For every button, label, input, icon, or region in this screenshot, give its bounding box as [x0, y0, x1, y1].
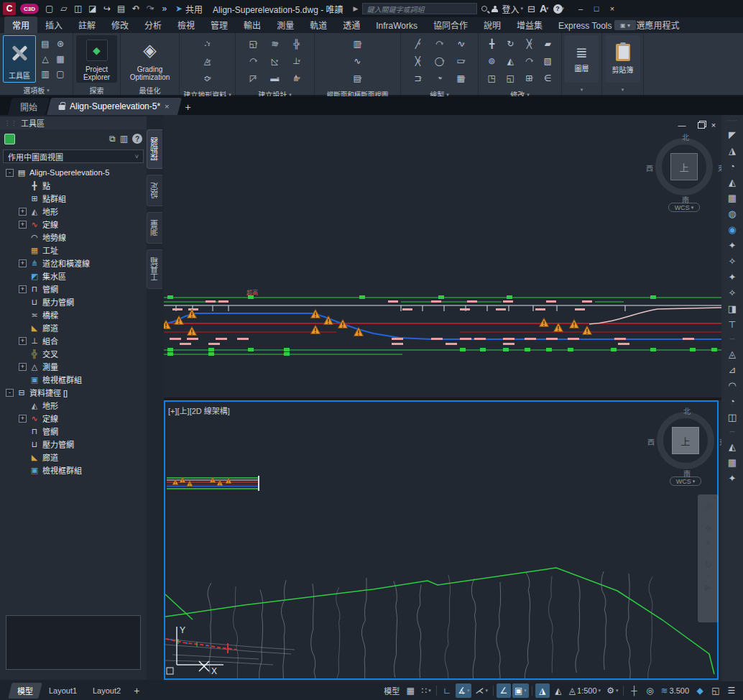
vp-close-button[interactable]: ×	[709, 121, 719, 129]
sites-node[interactable]: ▦ 工址	[0, 244, 147, 257]
annotation-scale-button[interactable]: ◬1:500▾	[567, 683, 603, 698]
ds-alignments-node[interactable]: + ∿ 定線	[0, 412, 147, 425]
viewport-controls-label[interactable]: [+][上][2D 線架構]	[168, 405, 230, 416]
plan-view-canvas[interactable]: Y X	[165, 402, 717, 678]
ribbon-tab[interactable]: 管理	[203, 17, 236, 33]
surfaces-node[interactable]: + ◭ 地形	[0, 205, 147, 218]
survey-palette-icon[interactable]: △	[38, 52, 52, 66]
view-selector-dropdown[interactable]: 作用中圖面視圖˅	[3, 149, 144, 163]
polyline-icon[interactable]: ∿▾	[451, 35, 472, 52]
autoscale-toggle[interactable]: ◭	[551, 683, 566, 698]
scale-icon[interactable]: ◱▾	[502, 70, 520, 87]
feature-lines-node[interactable]: ◠ 地勢線	[0, 231, 147, 244]
export-icon[interactable]: ↪▾	[101, 2, 114, 15]
assemblies-node[interactable]: + ⊥ 組合	[0, 334, 147, 347]
annotation-visibility-toggle[interactable]: ◮	[535, 683, 550, 698]
isodraft-toggle[interactable]: ⋌▾	[473, 683, 490, 698]
minimize-button[interactable]: –	[573, 2, 589, 15]
create-surface-icon[interactable]: ◬▾	[197, 52, 218, 70]
ribbon-tab[interactable]: 分析	[137, 17, 170, 33]
pipe-network-icon[interactable]: ⋔▾	[286, 70, 308, 87]
assembly-icon[interactable]: ⊥▾	[286, 52, 308, 70]
turnouts-crossovers-node[interactable]: + ⋔ 道岔和橫渡線	[0, 257, 147, 270]
catchments-node[interactable]: ◩ 集水區	[0, 270, 147, 282]
box-icon[interactable]: ▧▾	[539, 52, 558, 70]
help-button[interactable]: ? ▾	[553, 4, 565, 14]
object-snap-tracking-toggle[interactable]: ∠	[497, 683, 511, 698]
pan-icon[interactable]: ❖	[704, 524, 713, 533]
ribbon-tab[interactable]: 增益集	[509, 17, 550, 33]
panel-label-layers[interactable]: ▾	[562, 85, 601, 95]
snap-toggle[interactable]: ∷▾	[419, 683, 433, 698]
toolspace-side-tab[interactable]: 探勘器	[147, 129, 162, 169]
globe-grid-icon[interactable]: ◍	[728, 209, 736, 218]
erase-icon[interactable]: ▰▾	[539, 35, 558, 52]
preview-toggle-icon[interactable]: ▥	[120, 134, 128, 144]
sheet-set-icon[interactable]: ▥	[38, 67, 52, 81]
title-expand-arrow[interactable]: ▶	[354, 5, 359, 12]
toolspace-button[interactable]: 工具區	[3, 35, 36, 83]
slope-label-icon[interactable]: ◭	[729, 178, 736, 187]
settings-gear-icon[interactable]: ⊛	[53, 37, 68, 51]
vp-restore-button[interactable]	[693, 121, 703, 129]
visibility-check-icon[interactable]: ◔	[729, 162, 735, 171]
panel-label-explore[interactable]: 探索	[73, 85, 120, 96]
toolspace-side-tab[interactable]: 測量	[147, 212, 162, 244]
search-input[interactable]: 鍵入關鍵字或詞組	[362, 3, 477, 14]
panel-label-palettes[interactable]: 選項板▾	[0, 85, 73, 96]
geolocation-globe-icon[interactable]: ◉	[728, 225, 736, 234]
parcel-icon[interactable]: ◱▾	[243, 35, 264, 52]
toolspace-side-tab[interactable]: 設定	[147, 175, 162, 206]
corridors-node[interactable]: ◣ 廊道	[0, 321, 147, 334]
toolspace-help-icon[interactable]: ?	[132, 134, 142, 144]
layout-tab[interactable]: Layout1	[40, 684, 86, 697]
wcs-menu[interactable]: WCS▾	[668, 203, 700, 212]
star-square-icon[interactable]: ✦	[729, 241, 737, 250]
alignment-icon[interactable]: ≋▾	[264, 35, 286, 52]
star-text-icon[interactable]: ✧	[729, 257, 737, 266]
data-shortcuts-node[interactable]: - ⊟ 資料捷徑 []	[0, 386, 147, 399]
viewcube-top-face[interactable]: 上	[672, 427, 699, 454]
plot-icon[interactable]: ▤▾	[115, 2, 128, 15]
ribbon-tab[interactable]: 輸出	[236, 17, 269, 33]
polar-tracking-toggle[interactable]: ∡▾	[456, 683, 471, 698]
intersection-icon[interactable]: ╬▾	[286, 35, 308, 52]
fillet-icon[interactable]: ◠▾	[520, 52, 539, 70]
circle-icon[interactable]: ◯▾	[429, 52, 451, 70]
hatch-icon[interactable]: ▦▾	[451, 70, 472, 87]
new-file-icon[interactable]: ▢▾	[43, 2, 56, 15]
pressure-networks-node[interactable]: ⊔ 壓力管網	[0, 295, 147, 308]
share-button[interactable]: ➤ 共用	[175, 3, 203, 15]
rectangle-icon[interactable]: ▭▾	[451, 52, 472, 70]
survey-point-icon[interactable]: ◤	[729, 130, 736, 139]
create-profile-icon[interactable]: ∿▾	[347, 52, 369, 70]
ribbon-tab[interactable]: 修改	[103, 17, 137, 33]
ortho-toggle[interactable]: ∟	[440, 683, 454, 698]
vp-minimize-button[interactable]: —	[677, 121, 687, 129]
grading-tools-icon[interactable]: ◸▾	[243, 70, 264, 87]
workspace-switcher[interactable]: ⚙▾	[604, 683, 620, 698]
drawing-node[interactable]: - ▤ Align-Superelevation-5	[0, 166, 147, 179]
ds-pressure-networks-node[interactable]: ⊔ 壓力管網	[0, 438, 147, 451]
panel-label-optimize[interactable]: 最佳化	[121, 85, 179, 96]
alignments-node[interactable]: + ∿ 定線	[0, 218, 147, 231]
ribbon-tab[interactable]: 說明	[476, 17, 509, 33]
grid-toggle[interactable]: ▦	[403, 683, 417, 698]
layout-tab[interactable]: 模型	[8, 683, 42, 699]
create-points-icon[interactable]: ∴▾	[197, 35, 218, 52]
trim-icon[interactable]: ╳▾	[520, 35, 539, 52]
properties-palette-icon[interactable]: ▤	[38, 37, 52, 51]
points-node[interactable]: ╋ 點	[0, 179, 147, 192]
pedit-icon[interactable]: ⊐▾	[407, 70, 429, 87]
viewcube-top-face[interactable]: 上	[670, 153, 698, 180]
measure-square-icon[interactable]: ◨	[728, 304, 737, 313]
star-zoom-icon[interactable]: ✧	[729, 288, 737, 298]
road-table-icon[interactable]: ▦	[728, 458, 737, 467]
annotation-monitor-toggle[interactable]: ┼	[627, 683, 641, 698]
save-icon[interactable]: ◫▾	[72, 2, 85, 15]
divider[interactable]: ─	[729, 336, 734, 343]
import-survey-icon[interactable]: ≎▾	[197, 70, 218, 87]
new-tab-button[interactable]: +	[185, 101, 191, 115]
orbit-icon[interactable]: ↻	[704, 560, 712, 569]
superelevation-band-canvas[interactable]: 超高	[164, 115, 721, 397]
